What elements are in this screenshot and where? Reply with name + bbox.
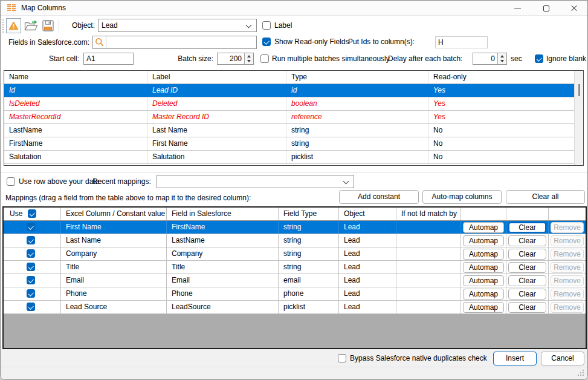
table-row[interactable]: Salutation Salutation picklist No: [4, 151, 583, 164]
row-use-checkbox[interactable]: [27, 263, 35, 271]
auto-map-columns-button[interactable]: Auto-map columns: [422, 190, 502, 204]
mapping-row[interactable]: Email Email email Lead Automap Clear Rem…: [4, 274, 586, 287]
row-use-checkbox[interactable]: [27, 276, 35, 284]
cell-field: FirstName: [167, 221, 279, 234]
run-multiple-checkbox[interactable]: [260, 54, 269, 63]
automap-button[interactable]: Automap: [463, 249, 504, 260]
fields-table-header[interactable]: Name Label Type Read-only: [4, 71, 583, 84]
mapping-row[interactable]: Last Name LastName string Lead Automap C…: [4, 234, 586, 247]
header-match-by[interactable]: If not Id match by: [396, 208, 461, 220]
maximize-button[interactable]: [532, 1, 560, 16]
cancel-button[interactable]: Cancel: [541, 352, 584, 365]
cell-match-by[interactable]: [396, 247, 461, 260]
clear-all-button[interactable]: Clear all: [506, 190, 585, 204]
bypass-duplicates-label: Bypass Salesforce native duplicates chec…: [350, 354, 487, 362]
row-use-checkbox[interactable]: [27, 289, 35, 298]
automap-button[interactable]: Automap: [463, 222, 504, 233]
column-header-name[interactable]: Name: [4, 71, 147, 84]
column-header-type[interactable]: Type: [286, 71, 428, 84]
table-row[interactable]: MasterRecordId Master Record ID referenc…: [4, 111, 583, 124]
cell-readonly: Yes: [428, 97, 574, 110]
fields-table-scrollbar[interactable]: [574, 71, 583, 165]
object-dropdown[interactable]: Lead: [98, 19, 257, 32]
mapping-row[interactable]: Title Title string Lead Automap Clear Re…: [4, 261, 586, 274]
put-ids-input[interactable]: [435, 36, 488, 48]
cell-name: FirstName: [4, 137, 147, 150]
automap-button[interactable]: Automap: [463, 262, 504, 273]
cell-type: reference: [286, 111, 428, 123]
row-use-checkbox[interactable]: [27, 223, 35, 231]
column-header-readonly[interactable]: Read-only: [428, 71, 574, 84]
row-use-checkbox[interactable]: [27, 236, 35, 244]
object-value: Lead: [102, 19, 118, 31]
show-readonly-checkbox[interactable]: [262, 38, 271, 46]
close-icon: [570, 5, 578, 12]
stepper-arrows-icon[interactable]: [497, 53, 506, 64]
clear-button[interactable]: Clear: [508, 302, 546, 313]
clear-button[interactable]: Clear: [508, 275, 546, 286]
cell-match-by[interactable]: [396, 221, 461, 234]
toolbar-drag-grip[interactable]: [2, 19, 4, 33]
search-input[interactable]: [108, 37, 255, 48]
cell-match-by[interactable]: [396, 301, 461, 313]
column-header-label[interactable]: Label: [147, 71, 286, 84]
table-row[interactable]: LastName Last Name string No: [4, 124, 583, 137]
minimize-button[interactable]: [504, 1, 531, 16]
cell-type: email: [279, 274, 339, 287]
show-errors-button[interactable]: [6, 18, 21, 33]
load-mapping-button[interactable]: [24, 18, 39, 33]
table-row[interactable]: FirstName First Name string No: [4, 137, 583, 151]
cell-match-by[interactable]: [396, 274, 461, 287]
automap-button[interactable]: Automap: [463, 275, 504, 286]
object-label: Object:: [61, 21, 95, 30]
close-button[interactable]: [560, 1, 587, 16]
cell-match-by[interactable]: [396, 261, 461, 274]
batch-size-stepper[interactable]: 200: [217, 53, 254, 65]
cell-use: [4, 221, 61, 234]
clear-button[interactable]: Clear: [508, 262, 546, 273]
recent-mappings-dropdown[interactable]: [157, 175, 354, 188]
clear-button[interactable]: Clear: [508, 235, 546, 246]
mapping-row[interactable]: Phone Phone phone Lead Automap Clear Rem…: [4, 287, 586, 301]
header-excel-column[interactable]: Excel Column / Constant value: [61, 208, 167, 220]
automap-button[interactable]: Automap: [463, 235, 504, 246]
field-search-box[interactable]: [92, 36, 257, 49]
delay-stepper[interactable]: 0: [473, 53, 507, 65]
automap-button[interactable]: Automap: [463, 289, 504, 300]
resize-grip[interactable]: [578, 370, 584, 376]
header-object[interactable]: Object: [339, 208, 396, 220]
save-mapping-button[interactable]: [40, 18, 56, 33]
insert-button[interactable]: Insert: [493, 352, 537, 365]
mapping-row[interactable]: Company Company string Lead Automap Clea…: [4, 247, 586, 261]
cell-match-by[interactable]: [396, 287, 461, 300]
mappings-header[interactable]: Use Excel Column / Constant value Field …: [4, 208, 586, 221]
use-row-above-checkbox[interactable]: [7, 177, 15, 186]
row-use-checkbox[interactable]: [27, 303, 35, 311]
automap-button[interactable]: Automap: [463, 302, 504, 313]
ignore-blank-checkbox[interactable]: [535, 54, 543, 63]
scrollbar-thumb[interactable]: [578, 84, 580, 96]
header-field-in-salesforce[interactable]: Field in Salesforce: [167, 208, 279, 220]
cell-match-by[interactable]: [396, 234, 461, 247]
bypass-duplicates-checkbox[interactable]: [338, 354, 346, 362]
table-row[interactable]: IsDeleted Deleted boolean Yes: [4, 97, 583, 111]
clear-button[interactable]: Clear: [508, 222, 546, 233]
use-all-checkbox[interactable]: [28, 209, 36, 218]
stepper-arrows-icon[interactable]: [244, 53, 253, 64]
table-row[interactable]: Id Lead ID id Yes: [4, 84, 583, 97]
add-constant-button[interactable]: Add constant: [339, 190, 419, 204]
label-checkbox[interactable]: [262, 21, 271, 30]
row-use-checkbox[interactable]: [27, 249, 35, 258]
mapping-row[interactable]: First Name FirstName string Lead Automap…: [4, 221, 586, 234]
run-multiple-label: Run multiple batches simultaneously: [272, 54, 390, 63]
cell-use: [4, 234, 61, 247]
put-ids-label: Put Ids to column(s):: [348, 38, 415, 46]
clear-button[interactable]: Clear: [508, 289, 546, 300]
cell-type: id: [286, 84, 428, 97]
cell-readonly: No: [428, 151, 574, 163]
header-field-type[interactable]: Field Type: [279, 208, 339, 220]
start-cell-input[interactable]: [83, 53, 134, 65]
mapping-row[interactable]: Lead Source LeadSource picklist Lead Aut…: [4, 301, 586, 314]
minimize-icon: [514, 8, 521, 8]
clear-button[interactable]: Clear: [508, 249, 546, 260]
